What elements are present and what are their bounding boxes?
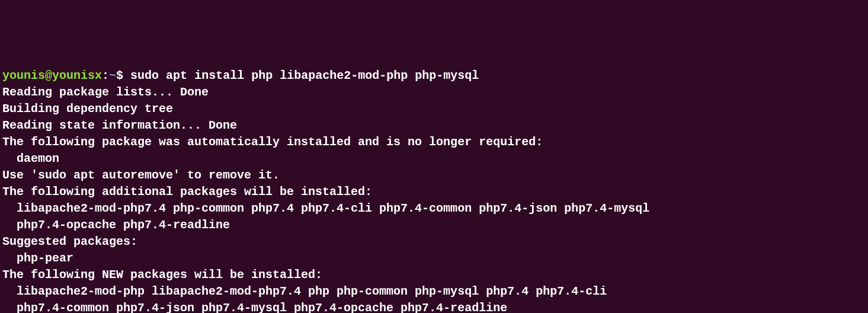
output-line: libapache2-mod-php libapache2-mod-php7.4… <box>2 285 607 298</box>
output-line: The following package was automatically … <box>2 135 543 149</box>
command-text <box>123 69 130 82</box>
prompt-user: younis <box>2 69 45 82</box>
output-line: daemon <box>2 152 59 165</box>
output-line: Use 'sudo apt autoremove' to remove it. <box>2 168 280 182</box>
output-line: Reading state information... Done <box>2 119 237 132</box>
output-line: Building dependency tree <box>2 102 173 116</box>
prompt-dollar: $ <box>116 69 123 82</box>
terminal-output[interactable]: younis@younisx:~$ sudo apt install php l… <box>2 68 866 313</box>
prompt-path: ~ <box>109 69 116 82</box>
prompt-host: younisx <box>52 69 102 82</box>
prompt-at: @ <box>45 69 52 82</box>
output-line: php7.4-common php7.4-json php7.4-mysql p… <box>2 301 507 313</box>
output-line: The following additional packages will b… <box>2 185 372 199</box>
command-text: sudo apt install php libapache2-mod-php … <box>130 69 479 82</box>
output-line: Suggested packages: <box>2 235 137 248</box>
prompt-colon: : <box>102 69 109 82</box>
output-line: php7.4-opcache php7.4-readline <box>2 218 230 232</box>
output-line: The following NEW packages will be insta… <box>2 268 322 282</box>
output-line: libapache2-mod-php7.4 php-common php7.4 … <box>2 202 649 215</box>
output-line: Reading package lists... Done <box>2 85 209 99</box>
output-line: php-pear <box>2 251 73 265</box>
prompt-line: younis@younisx:~$ sudo apt install php l… <box>2 69 479 82</box>
